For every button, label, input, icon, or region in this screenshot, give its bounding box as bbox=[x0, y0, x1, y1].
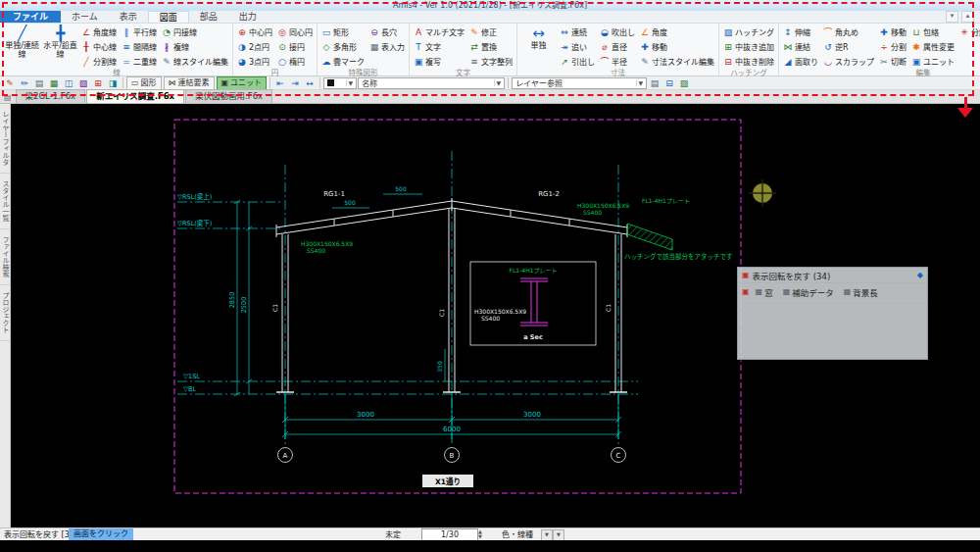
ribbon-item[interactable]: ✎修正 bbox=[468, 25, 514, 39]
ribbon-tab[interactable]: 表示 bbox=[109, 11, 148, 23]
toolbar-icon-button[interactable]: ⊞ bbox=[91, 77, 105, 89]
toolbar-icon-button[interactable]: ↔ bbox=[303, 77, 317, 89]
ribbon-item[interactable]: ≡文字整列 bbox=[468, 54, 514, 69]
ribbon-item[interactable]: ∥平行線 bbox=[121, 25, 158, 39]
toolbar-icon-button[interactable]: ⇥ bbox=[288, 77, 302, 89]
ribbon-item[interactable]: ⊞中抜き追加 bbox=[722, 39, 775, 54]
ribbon-item[interactable]: ✚移動 bbox=[878, 25, 907, 39]
ribbon-big-button[interactable]: ╋水平/鉛直線 bbox=[42, 25, 78, 60]
ribbon-big-button[interactable]: ↔単独 bbox=[520, 25, 557, 51]
ribbon-tab[interactable]: ホーム bbox=[61, 11, 109, 23]
pin-icon[interactable]: ◆ bbox=[917, 271, 923, 279]
toolbar-icon-button[interactable]: ⇤ bbox=[273, 77, 287, 89]
ribbon-item[interactable]: ✎寸法スタイル編集 bbox=[639, 54, 715, 69]
toggle-button[interactable]: ⋈連結要素 bbox=[164, 76, 215, 90]
panel-menu-item[interactable]: ▦背景長 bbox=[842, 286, 880, 298]
document-tab[interactable]: 梁伏図動画用.F6x bbox=[185, 89, 272, 103]
ribbon-item[interactable]: ↠追い bbox=[559, 39, 596, 54]
ribbon-item[interactable]: ⇄置換 bbox=[468, 39, 514, 54]
ribbon-item[interactable]: ⊕中心円 bbox=[236, 25, 273, 39]
ribbon-item[interactable]: ◔円接線 bbox=[161, 25, 229, 39]
ribbon-item[interactable]: ○楕円 bbox=[276, 54, 314, 69]
ribbon-item[interactable]: ▨ハッチング bbox=[722, 25, 775, 39]
command-icon[interactable]: ▣ bbox=[742, 287, 750, 296]
panel-menu-item[interactable]: ▦補助データ bbox=[781, 286, 836, 298]
side-panel-tab[interactable]: プロジェクト bbox=[0, 285, 10, 341]
file-menu-button[interactable]: ファイル bbox=[0, 11, 61, 23]
ribbon-tab[interactable]: 出力 bbox=[228, 11, 268, 23]
layer-combo[interactable]: レイヤー参照 ▼ bbox=[512, 77, 647, 89]
ribbon-item[interactable]: ▭矩形 bbox=[320, 25, 366, 39]
ribbon-item[interactable]: ⌀直径 bbox=[599, 39, 636, 54]
ribbon-item[interactable]: ∠角度線 bbox=[80, 25, 118, 39]
ribbon-item[interactable]: ◑2点円 bbox=[236, 39, 273, 54]
ribbon-item[interactable]: ↺逆R bbox=[822, 39, 875, 54]
toggle-button[interactable]: ▭図形 bbox=[126, 76, 162, 90]
ribbon-collapse-icon[interactable]: ▴ bbox=[961, 11, 974, 23]
ribbon-item[interactable]: ✂切断 bbox=[878, 54, 907, 69]
ribbon-item[interactable]: ≡間隔線 bbox=[121, 39, 158, 54]
floating-command-panel[interactable]: ▣ 表示回転を戻す (34) ◆ ▣ ▦窓▦補助データ▦背景長 bbox=[737, 267, 928, 360]
ribbon-item[interactable]: ▣ユニット bbox=[910, 54, 956, 69]
ribbon-item[interactable]: ◇多角形 bbox=[320, 39, 366, 54]
tool-label: 移動 bbox=[891, 26, 906, 37]
toolbar-icon-button[interactable]: ✎ bbox=[3, 77, 17, 89]
ribbon-item[interactable]: ∠角度 bbox=[639, 25, 715, 39]
ribbon-item[interactable]: ╱分割線 bbox=[80, 54, 118, 69]
toolbar-icon-button[interactable]: ▧ bbox=[76, 77, 90, 89]
ribbon-item[interactable]: ✚移動 bbox=[639, 39, 715, 54]
name-combo[interactable]: 名称 ▼ bbox=[358, 77, 505, 89]
ribbon-big-button[interactable]: ╱単独/連続線 bbox=[4, 25, 40, 60]
ribbon-item[interactable]: ✳分解 bbox=[958, 25, 980, 39]
ribbon-item[interactable]: ◕3点円 bbox=[236, 54, 273, 69]
document-tab[interactable]: 梁2GL-1.F6x bbox=[16, 89, 86, 103]
side-panel-tab[interactable]: ファイル検索 bbox=[0, 229, 10, 285]
ribbon-item[interactable]: ∦複線 bbox=[161, 39, 229, 54]
ribbon-item[interactable]: ↕伸縮 bbox=[782, 25, 819, 39]
toolbar-icon-button[interactable]: ⊟ bbox=[662, 77, 676, 89]
toolbar-icon-button[interactable]: ▦ bbox=[47, 77, 61, 89]
tool-label: マルチ文字 bbox=[425, 26, 465, 37]
tool-icon: ☁ bbox=[321, 57, 331, 67]
scale-spinner[interactable]: ▲▼ bbox=[478, 529, 482, 539]
ribbon-item[interactable]: ⊙接円 bbox=[276, 39, 314, 54]
ribbon-item[interactable]: ◎同心円 bbox=[276, 25, 314, 39]
toolbar-icon-button[interactable]: ▨ bbox=[677, 77, 691, 89]
ribbon-item[interactable]: Aマルチ文字 bbox=[413, 25, 466, 39]
toolbar-icon-button[interactable]: ◫ bbox=[62, 77, 75, 89]
side-panel-tab[interactable]: レイヤーフィルタ bbox=[0, 104, 10, 174]
ribbon-item[interactable]: ⌒半径 bbox=[599, 54, 636, 69]
panel-menu-item[interactable]: ▦窓 bbox=[754, 286, 775, 298]
document-tab[interactable]: 新エイリス調査.F6x bbox=[86, 89, 184, 103]
ribbon-item[interactable]: ⊟中抜き削除 bbox=[722, 54, 775, 69]
ribbon-item[interactable]: ☁雲マーク bbox=[320, 54, 366, 69]
ribbon-item[interactable]: ⊔包絡 bbox=[910, 25, 956, 39]
toolbar-icon-button[interactable]: ▤ bbox=[648, 77, 662, 89]
ribbon-item[interactable]: T文字 bbox=[413, 39, 466, 54]
ribbon-item[interactable]: ⊖長穴 bbox=[368, 25, 406, 39]
ribbon-item[interactable]: ⋈連結 bbox=[782, 39, 819, 54]
ribbon-item[interactable]: ▦表入力 bbox=[368, 39, 406, 54]
toggle-button[interactable]: ▣ユニット bbox=[217, 76, 268, 90]
ribbon-item[interactable]: ╂中心線 bbox=[80, 39, 118, 54]
ribbon-item[interactable]: ▣複写 bbox=[413, 54, 466, 69]
tool-label: 面取り bbox=[795, 56, 818, 67]
toolbar-icon-button[interactable]: ◨ bbox=[106, 77, 120, 89]
ribbon-item[interactable]: ⌒角丸め bbox=[822, 25, 875, 39]
toolbar-icon-button[interactable]: ✏ bbox=[18, 77, 31, 89]
ribbon-item[interactable]: ◢面取り bbox=[782, 54, 819, 69]
ribbon-item[interactable]: ⇔連続 bbox=[559, 25, 596, 39]
ribbon-item[interactable]: ✎線スタイル編集 bbox=[161, 54, 229, 69]
color-combo[interactable]: ▼ bbox=[323, 77, 357, 89]
ribbon-item[interactable]: ◡スカラップ bbox=[822, 54, 875, 69]
ribbon-collapse-icon[interactable]: ▾ bbox=[946, 11, 958, 23]
side-panel-tab[interactable]: スタイル一覧 bbox=[0, 174, 10, 229]
ribbon-item[interactable]: ✱属性変更 bbox=[910, 39, 956, 54]
ribbon-item[interactable]: ◒吹出し bbox=[599, 25, 636, 39]
ribbon-tab[interactable]: 図面 bbox=[148, 11, 189, 23]
toolbar-icon-button[interactable]: ▤ bbox=[32, 77, 46, 89]
ribbon-item[interactable]: ↗引出し bbox=[559, 54, 596, 69]
ribbon-item[interactable]: =二重線 bbox=[121, 54, 158, 69]
ribbon-item[interactable]: ÷分割 bbox=[878, 39, 907, 54]
ribbon-tab[interactable]: 部品 bbox=[189, 11, 228, 23]
